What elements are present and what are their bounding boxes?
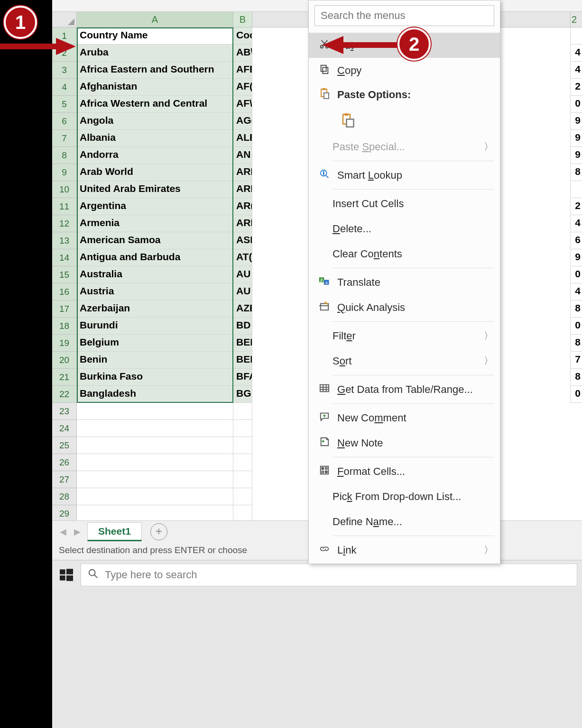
context-menu-paste-special[interactable]: Paste Special... 〉 — [309, 134, 500, 159]
cell[interactable] — [233, 505, 252, 522]
cell[interactable]: AG( — [233, 113, 252, 130]
row-header[interactable]: 7 — [52, 130, 77, 147]
cell[interactable]: AF\ — [233, 96, 252, 113]
cell-fragment[interactable]: 8 — [570, 300, 582, 318]
cell[interactable]: BEI — [233, 335, 252, 352]
cell[interactable]: AF( — [233, 79, 252, 96]
cell-fragment[interactable]: 4 — [570, 62, 582, 79]
select-all-triangle[interactable] — [52, 12, 77, 27]
context-menu-new-comment[interactable]: New Comment — [309, 405, 500, 430]
cell-fragment[interactable]: 2 — [570, 79, 582, 96]
cell[interactable] — [233, 403, 252, 420]
context-menu-search[interactable] — [314, 5, 494, 26]
cell[interactable] — [233, 437, 252, 454]
context-menu-smart-lookup[interactable]: i Smart Lookup — [309, 163, 500, 188]
cell[interactable] — [77, 403, 233, 420]
cell-fragment[interactable]: 7 — [570, 352, 582, 369]
cell[interactable]: Angola — [77, 113, 233, 130]
cell[interactable]: Antigua and Barbuda — [77, 249, 233, 266]
row-header[interactable]: 15 — [52, 266, 77, 283]
tab-nav-prev-icon[interactable]: ◀ — [56, 525, 70, 539]
cell[interactable]: AN — [233, 147, 252, 164]
row-header[interactable]: 20 — [52, 352, 77, 369]
cell-fragment[interactable] — [570, 181, 582, 198]
row-header[interactable]: 12 — [52, 215, 77, 232]
cell[interactable]: BD — [233, 318, 252, 335]
cell-fragment[interactable]: 9 — [570, 113, 582, 130]
cell[interactable]: Africa Eastern and Southern — [77, 62, 233, 79]
row-header[interactable]: 17 — [52, 300, 77, 318]
row-header[interactable]: 16 — [52, 283, 77, 300]
cell-fragment[interactable]: 6 — [570, 232, 582, 249]
cell[interactable] — [77, 420, 233, 437]
cell[interactable]: Bangladesh — [77, 386, 233, 403]
column-header-A[interactable]: A — [77, 12, 233, 27]
row-header[interactable]: 23 — [52, 403, 77, 420]
context-menu-copy[interactable]: Copy — [309, 58, 500, 83]
cell[interactable] — [233, 471, 252, 488]
row-header[interactable]: 18 — [52, 318, 77, 335]
cell[interactable]: Argentina — [77, 198, 233, 215]
row-header[interactable]: 25 — [52, 437, 77, 454]
right-fragment-header[interactable]: 2 — [570, 12, 582, 27]
row-header[interactable]: 8 — [52, 147, 77, 164]
cell[interactable]: Australia — [77, 266, 233, 283]
cell-fragment[interactable]: 9 — [570, 130, 582, 147]
row-header[interactable]: 26 — [52, 454, 77, 471]
cell[interactable]: ARI — [233, 181, 252, 198]
cell[interactable]: Country Name — [77, 27, 233, 45]
cell-fragment[interactable]: 4 — [570, 283, 582, 300]
cell[interactable]: AZE — [233, 300, 252, 318]
cell[interactable]: Burundi — [77, 318, 233, 335]
cell-fragment[interactable]: 9 — [570, 249, 582, 266]
cell[interactable]: ASI — [233, 232, 252, 249]
context-menu-insert-cut-cells[interactable]: Insert Cut Cells — [309, 191, 500, 216]
cell-fragment[interactable]: 4 — [570, 215, 582, 232]
tab-nav-next-icon[interactable]: ▶ — [70, 525, 84, 539]
row-header[interactable]: 28 — [52, 488, 77, 505]
context-menu-new-note[interactable]: New Note — [309, 430, 500, 455]
cell[interactable]: Belgium — [77, 335, 233, 352]
cell[interactable]: AR( — [233, 198, 252, 215]
cell[interactable]: American Samoa — [77, 232, 233, 249]
cell[interactable]: BG — [233, 386, 252, 403]
context-menu-sort[interactable]: Sort 〉 — [309, 348, 500, 373]
cell[interactable]: Arab World — [77, 164, 233, 181]
cell[interactable]: Afghanistan — [77, 79, 233, 96]
cell[interactable]: Burkina Faso — [77, 369, 233, 386]
row-header[interactable]: 3 — [52, 62, 77, 79]
cell[interactable]: Africa Western and Central — [77, 96, 233, 113]
cell[interactable]: AU — [233, 283, 252, 300]
cell[interactable] — [77, 505, 233, 522]
cell-fragment[interactable]: 0 — [570, 96, 582, 113]
cell[interactable] — [77, 437, 233, 454]
context-menu-translate[interactable]: あa Translate — [309, 270, 500, 295]
cell-fragment[interactable]: 4 — [570, 45, 582, 62]
context-menu-format-cells[interactable]: Format Cells... — [309, 459, 500, 484]
cell-fragment[interactable]: 8 — [570, 335, 582, 352]
cell[interactable] — [77, 488, 233, 505]
cell-fragment[interactable]: 9 — [570, 147, 582, 164]
row-header[interactable]: 4 — [52, 79, 77, 96]
row-header[interactable]: 29 — [52, 505, 77, 522]
cell-fragment[interactable]: 2 — [570, 198, 582, 215]
cell[interactable]: Coo — [233, 27, 252, 45]
cell[interactable]: AT( — [233, 249, 252, 266]
context-menu-filter[interactable]: Filter 〉 — [309, 323, 500, 348]
row-header[interactable]: 5 — [52, 96, 77, 113]
row-header[interactable]: 19 — [52, 335, 77, 352]
taskbar-search[interactable]: Type here to search — [81, 564, 577, 586]
paste-option-default[interactable] — [337, 110, 358, 131]
row-header[interactable]: 22 — [52, 386, 77, 403]
cell[interactable]: ALE — [233, 130, 252, 147]
windows-start-icon[interactable] — [52, 561, 81, 589]
context-menu-define-name[interactable]: Define Name... — [309, 509, 500, 534]
cell[interactable] — [233, 420, 252, 437]
cell-fragment[interactable]: 8 — [570, 164, 582, 181]
cell-fragment[interactable]: 0 — [570, 386, 582, 403]
cell[interactable] — [77, 471, 233, 488]
cell[interactable]: Austria — [77, 283, 233, 300]
cell[interactable]: Armenia — [77, 215, 233, 232]
cell-fragment[interactable] — [570, 27, 582, 45]
row-header[interactable]: 6 — [52, 113, 77, 130]
